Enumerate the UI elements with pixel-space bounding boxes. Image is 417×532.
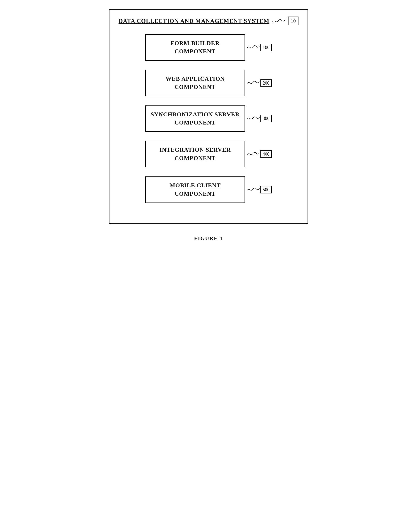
integration-server-box: INTEGRATION SERVER COMPONENT <box>145 141 245 167</box>
web-application-ref-area: 200 <box>247 79 272 87</box>
component-row-web-application: WEB APPLICATION COMPONENT 200 <box>118 70 299 96</box>
squiggle-400-icon <box>247 151 261 157</box>
component-row-integration-server: INTEGRATION SERVER COMPONENT 400 <box>118 141 299 167</box>
mobile-client-ref-area: 500 <box>247 186 272 193</box>
ref-label-100: 100 <box>261 44 272 51</box>
ref-label-400: 400 <box>261 150 272 158</box>
synchronization-server-ref-area: 300 <box>247 115 272 122</box>
squiggle-200-icon <box>247 80 261 86</box>
component-row-form-builder: FORM BUILDER COMPONENT 100 <box>118 34 299 61</box>
squiggle-100-icon <box>247 45 261 50</box>
component-row-synchronization-server: SYNCHRONIZATION SERVER COMPONENT 300 <box>118 106 299 132</box>
diagram-outer: DATA COLLECTION AND MANAGEMENT SYSTEM 10… <box>109 9 308 224</box>
web-application-box: WEB APPLICATION COMPONENT <box>145 70 245 96</box>
ref-label-300: 300 <box>261 115 272 122</box>
system-title: DATA COLLECTION AND MANAGEMENT SYSTEM <box>118 18 269 24</box>
form-builder-ref-area: 100 <box>247 44 272 51</box>
web-application-label: WEB APPLICATION COMPONENT <box>166 75 225 91</box>
synchronization-server-box: SYNCHRONIZATION SERVER COMPONENT <box>145 106 245 132</box>
page-container: DATA COLLECTION AND MANAGEMENT SYSTEM 10… <box>104 9 313 242</box>
squiggle-main-icon <box>272 18 286 24</box>
mobile-client-box: MOBILE CLIENT COMPONENT <box>145 176 245 203</box>
form-builder-label: FORM BUILDER COMPONENT <box>171 39 219 56</box>
integration-server-ref-area: 400 <box>247 150 272 158</box>
synchronization-server-label: SYNCHRONIZATION SERVER COMPONENT <box>151 110 240 127</box>
figure-caption: FIGURE 1 <box>194 235 223 242</box>
squiggle-300-icon <box>247 116 261 121</box>
system-title-row: DATA COLLECTION AND MANAGEMENT SYSTEM 10 <box>118 17 299 25</box>
integration-server-label: INTEGRATION SERVER COMPONENT <box>159 146 231 162</box>
form-builder-box: FORM BUILDER COMPONENT <box>145 34 245 61</box>
squiggle-500-icon <box>247 187 261 192</box>
component-row-mobile-client: MOBILE CLIENT COMPONENT 500 <box>118 176 299 203</box>
mobile-client-label: MOBILE CLIENT COMPONENT <box>169 181 221 198</box>
ref-label-500: 500 <box>261 186 272 193</box>
main-ref-label: 10 <box>288 17 299 25</box>
ref-label-200: 200 <box>261 79 272 87</box>
